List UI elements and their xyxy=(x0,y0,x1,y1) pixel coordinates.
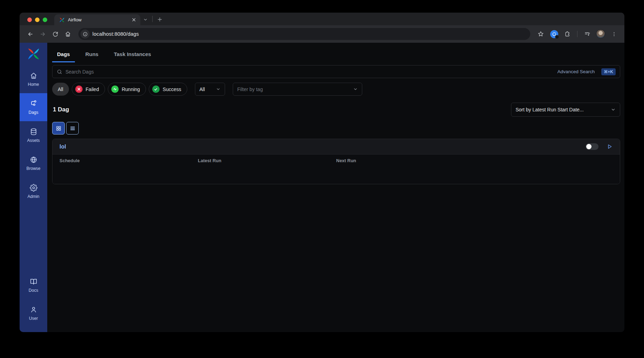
toolbar-divider xyxy=(577,31,578,37)
sidebar-item-label: Home xyxy=(28,82,39,87)
shortcut-badge: ⌘+K xyxy=(601,68,616,75)
book-icon xyxy=(30,278,37,285)
sidebar-item-label: Assets xyxy=(27,138,40,143)
close-window-button[interactable] xyxy=(27,18,32,22)
sidebar-item-assets[interactable]: Assets xyxy=(20,121,47,149)
browser-tabstrip: Airflow xyxy=(20,13,624,25)
list-icon xyxy=(70,125,76,131)
tab-list-chevron-icon[interactable] xyxy=(140,14,150,24)
chevron-down-icon xyxy=(611,107,616,112)
profile-avatar[interactable] xyxy=(595,28,606,40)
sidebar-item-label: User xyxy=(29,316,38,321)
forward-icon[interactable] xyxy=(37,28,48,40)
tab-dags[interactable]: Dags xyxy=(52,51,75,62)
database-icon xyxy=(30,128,37,136)
dag-pause-toggle[interactable] xyxy=(586,143,598,150)
bookmark-star-icon[interactable] xyxy=(535,28,546,40)
dag-card-header: lol xyxy=(52,139,620,154)
column-header-schedule: Schedule xyxy=(59,158,198,163)
filter-row: All Failed Running xyxy=(52,83,620,96)
filter-chip-label: All xyxy=(58,87,63,92)
toolbar-right xyxy=(535,28,620,40)
tab-close-icon[interactable] xyxy=(131,17,137,23)
zoom-window-button[interactable] xyxy=(43,18,47,22)
sidebar-item-home[interactable]: Home xyxy=(20,65,47,93)
browser-toolbar: localhost:8080/dags xyxy=(20,25,624,43)
filter-chip-label: Running xyxy=(122,87,140,92)
filter-chip-label: Success xyxy=(163,87,181,92)
sidebar-item-label: Dags xyxy=(28,110,38,115)
sidebar-footer: Docs User xyxy=(20,271,47,332)
running-status-icon xyxy=(111,85,119,93)
sidebar-item-browse[interactable]: Browse xyxy=(20,149,47,177)
state-filter-value: All xyxy=(200,87,205,92)
search-icon xyxy=(57,69,62,75)
failed-status-icon xyxy=(75,85,83,93)
chevron-down-icon xyxy=(216,87,220,91)
trigger-dag-button[interactable] xyxy=(606,143,613,150)
tab-runs[interactable]: Runs xyxy=(80,51,104,62)
sidebar-item-admin[interactable]: Admin xyxy=(20,177,47,205)
window-controls xyxy=(27,18,47,22)
main-content: Dags Runs Task Instances Advanced Search… xyxy=(47,43,624,332)
sort-select[interactable]: Sort by Latest Run Start Date... xyxy=(511,103,620,117)
sort-value: Sort by Latest Run Start Date... xyxy=(516,107,584,112)
filter-chip-running[interactable]: Running xyxy=(108,83,146,96)
browser-tab-airflow[interactable]: Airflow xyxy=(54,14,140,25)
table-view-button[interactable] xyxy=(66,122,79,135)
search-bar: Advanced Search ⌘+K xyxy=(52,65,620,78)
url-bar[interactable]: localhost:8080/dags xyxy=(78,28,530,40)
tab-task-instances[interactable]: Task Instances xyxy=(109,51,156,62)
media-controls-icon[interactable] xyxy=(582,28,593,40)
url-text[interactable]: localhost:8080/dags xyxy=(92,31,139,37)
advanced-search-link[interactable]: Advanced Search xyxy=(558,69,595,74)
column-header-next-run: Next Run xyxy=(336,158,475,163)
home-icon xyxy=(30,72,37,80)
dag-card-actions xyxy=(586,143,613,150)
home-button-icon[interactable] xyxy=(62,28,74,40)
sidebar-item-user[interactable]: User xyxy=(20,299,47,327)
column-header-latest-run: Latest Run xyxy=(198,158,336,163)
toolbar-extension-blue-icon[interactable] xyxy=(548,28,560,40)
user-icon xyxy=(30,306,37,314)
tag-filter-placeholder: Filter by tag xyxy=(237,87,263,92)
site-info-icon[interactable] xyxy=(80,29,90,39)
tab-title: Airflow xyxy=(68,17,127,22)
tag-filter-select[interactable]: Filter by tag xyxy=(233,83,362,96)
airflow-app: Home Dags Assets xyxy=(20,43,624,332)
reload-icon[interactable] xyxy=(50,28,61,40)
filter-chip-failed[interactable]: Failed xyxy=(72,83,105,96)
chevron-down-icon xyxy=(353,87,358,91)
minimize-window-button[interactable] xyxy=(35,18,40,22)
filter-chip-success[interactable]: Success xyxy=(149,83,187,96)
page-tabs: Dags Runs Task Instances xyxy=(52,51,620,62)
column-header-empty xyxy=(475,158,613,163)
extension-badge xyxy=(555,35,559,39)
dag-card-body: Schedule Latest Run Next Run xyxy=(52,154,620,184)
success-status-icon xyxy=(152,85,160,93)
filter-chip-all[interactable]: All xyxy=(52,83,69,96)
sidebar-item-dags[interactable]: Dags xyxy=(20,93,47,121)
airflow-logo[interactable] xyxy=(20,43,47,65)
card-view-button[interactable] xyxy=(52,122,65,135)
back-icon[interactable] xyxy=(24,28,36,40)
state-filter-select[interactable]: All xyxy=(195,83,225,96)
search-input[interactable] xyxy=(65,69,554,75)
airflow-favicon xyxy=(59,17,65,23)
globe-icon xyxy=(30,156,37,164)
dag-icon xyxy=(30,100,37,108)
filter-chip-label: Failed xyxy=(86,87,99,92)
dag-count-label: 1 Dag xyxy=(52,106,69,113)
dag-card: lol Schedule Latest Run Next Run xyxy=(52,139,620,184)
extensions-puzzle-icon[interactable] xyxy=(562,28,573,40)
browser-menu-icon[interactable] xyxy=(608,28,620,40)
sidebar-item-docs[interactable]: Docs xyxy=(20,271,47,299)
dag-name-link[interactable]: lol xyxy=(59,144,66,150)
browser-window: Airflow xyxy=(20,13,624,332)
grid-icon xyxy=(56,125,62,131)
summary-row: 1 Dag Sort by Latest Run Start Date... xyxy=(52,103,620,117)
new-tab-button[interactable] xyxy=(155,14,164,24)
play-icon xyxy=(606,143,613,150)
sidebar-item-label: Browse xyxy=(26,166,40,171)
screen: Airflow xyxy=(0,0,644,358)
